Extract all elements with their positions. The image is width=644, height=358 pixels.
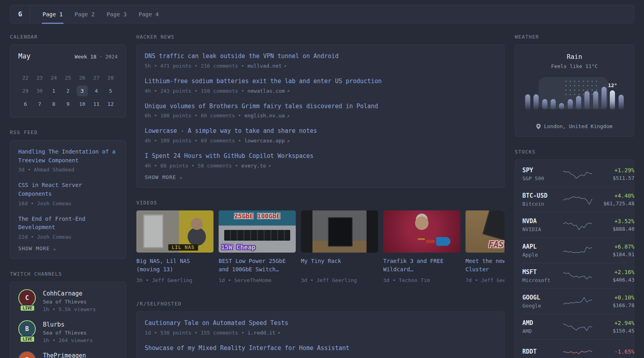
video-card[interactable]: Traefik 3 and FREE Wildcard… 3d • Techno… [383,210,460,283]
rss-item-stats: 3d • Ahmad Shadeed [18,167,74,173]
video-title[interactable]: BEST Low Power 25GbE and 100GbE Switch… [219,257,296,274]
video-title[interactable]: Meet the new Linux Cluster [466,257,504,274]
page-tab-label: Page 1 [43,11,63,18]
stock-identity: GOOGL Google [522,294,559,309]
channel-avatar: B [18,320,36,338]
stock-values: +0.10% $166.78 [596,294,634,308]
reddit-item-domain[interactable]: i.redd.it ↗ [247,330,280,336]
video-thumbnail[interactable]: LIL NAS [136,210,213,253]
rss-item-title[interactable]: Handling The Indentation of a Treeview C… [18,148,118,165]
stock-symbol[interactable]: MSFT [522,268,559,276]
calendar-day: 27 [89,72,104,84]
stock-row[interactable]: SPY S&P 500 +1.29% $511.57 [522,161,627,187]
twitch-channel-row[interactable]: C LIVE CohhCarnage Sea of Thieves 1h • 5… [18,289,118,312]
video-meta: 3d • Techno Tim [383,277,460,283]
video-thumbnail[interactable] [301,210,378,253]
logo[interactable]: G [10,5,30,23]
stock-symbol[interactable]: BTC-USD [522,192,559,199]
hn-item-domain[interactable]: mullvad.net ↗ [247,63,286,69]
hn-item-domain[interactable]: lowercase.app ↗ [244,138,290,144]
show-more-label: SHOW MORE [145,174,176,180]
stock-row[interactable]: BTC-USD Bitcoin +4.40% $61,725.48 [522,187,627,212]
page-tab[interactable]: Page 1 [37,5,69,23]
stock-symbol[interactable]: AAPL [522,243,559,250]
twitch-channel-row[interactable]: B LIVE Blurbs Sea of Thieves 1h • 264 vi… [18,320,118,343]
stock-sparkline [562,218,593,232]
calendar-day-number: 30 [34,86,45,96]
reddit-item-title[interactable]: Showcase of my Mixed Reality Interface f… [145,344,496,353]
stock-price: $184.91 [596,251,634,257]
video-thumbnail[interactable]: 25GbE 100GbE 15W Cheap [219,210,296,253]
calendar-day: 9 [61,98,75,110]
calendar-day-number: 9 [62,99,74,109]
show-more-button[interactable]: SHOW MORE ⌄ [18,245,56,251]
video-thumbnail[interactable]: FAST [466,210,504,253]
hn-item-title[interactable]: Lithium-free sodium batteries exit the l… [145,77,496,86]
hn-item-domain[interactable]: every.to ↗ [241,163,271,169]
stock-identity: MSFT Microsoft [522,268,559,283]
video-title[interactable]: Big NAS, Lil NAS (moving 13) [136,257,213,274]
calendar-week: Week 18 [75,54,97,60]
hn-item-title[interactable]: I Spent 24 Hours with GitHub Copilot Wor… [145,152,496,161]
live-badge: LIVE [20,305,35,311]
video-thumbnail[interactable] [383,210,460,253]
calendar-day-number: 5 [105,86,116,96]
stock-name: Bitcoin [522,201,559,207]
calendar-day: 26 [75,72,89,84]
domain-text: newatlas.com [247,88,285,94]
stock-values: +3.52% $888.40 [596,218,634,232]
stock-row[interactable]: MSFT Microsoft +2.16% $406.43 [522,263,627,288]
hn-item-title[interactable]: Unique volumes of Brothers Grimm fairy t… [145,102,496,111]
calendar-day-number: 23 [34,72,45,83]
page-tab[interactable]: Page 3 [101,5,133,23]
stock-row[interactable]: GOOGL Google +0.10% $166.78 [522,288,627,314]
calendar-day: 1 [47,85,61,97]
hn-item-domain[interactable]: newatlas.com ↗ [247,88,289,94]
calendar-day: 22 [18,72,33,84]
stock-change: -1.65% [596,348,634,355]
calendar-day: 23 [33,72,47,84]
video-title[interactable]: My Tiny Rack [301,257,378,274]
show-more-button[interactable]: SHOW MORE ⌄ [145,174,183,180]
temperature-bar [542,99,547,110]
stock-symbol[interactable]: SPY [522,167,559,174]
stock-row[interactable]: AMD AMD +2.94% $150.45 [522,314,627,339]
video-title[interactable]: Traefik 3 and FREE Wildcard… [383,257,460,274]
channel-name: Blurbs [43,320,93,328]
rss-item-title[interactable]: The End of Front-End Development [18,215,118,232]
stock-row[interactable]: AAPL Apple +6.87% $184.91 [522,237,627,263]
twitch-widget: C LIVE CohhCarnage Sea of Thieves 1h • 5… [10,282,126,358]
stock-row[interactable]: RDDT -1.65% [522,339,627,358]
page-tab[interactable]: Page 4 [133,5,165,23]
calendar-month: May [18,52,31,60]
twitch-channel-row[interactable]: P ThePrimeagen [18,351,118,358]
page-tab[interactable]: Page 2 [69,5,101,23]
video-card[interactable]: LIL NAS Big NAS, Lil NAS (moving 13) 3h … [136,210,213,283]
stock-symbol[interactable]: AMD [522,319,559,327]
video-card[interactable]: My Tiny Rack 3d • Jeff Geerling [301,210,378,283]
stock-row[interactable]: NVDA NVIDIA +3.52% $888.40 [522,212,627,237]
rss-item-title[interactable]: CSS in React Server Components [18,181,118,198]
stock-identity: NVDA NVIDIA [522,218,559,232]
video-card[interactable]: FAST Meet the new Linux Cluster 7d • Jef… [466,210,504,283]
stock-symbol[interactable]: GOOGL [522,294,559,301]
stocks-section: STOCKS SPY S&P 500 +1.29% [515,149,634,358]
external-link-icon: ↗ [287,88,289,93]
avatar: B LIVE [18,320,37,341]
stock-price: $61,725.48 [596,200,634,206]
reddit-item-title[interactable]: Cautionary Tale on Automated Speed Tests [145,319,496,328]
rss-item-stats: 18d • Josh Comeau [18,200,71,206]
stock-values: +1.29% $511.57 [596,167,634,181]
calendar-day: 25 [61,72,75,84]
selfhosted-section: /R/SELFHOSTED Cautionary Tale on Automat… [136,301,504,358]
stock-symbol[interactable]: RDDT [522,348,559,355]
hn-item-title[interactable]: Lowercase - A simple way to take and sha… [145,127,496,136]
stock-symbol[interactable]: NVDA [522,218,559,225]
hn-item-domain[interactable]: english.nv.ua ↗ [244,113,290,119]
hn-item-title[interactable]: DNS traffic can leak outside the VPN tun… [145,52,496,61]
calendar-day-number: 28 [105,72,116,83]
temperature-bar [584,91,590,110]
domain-text: english.nv.ua [244,113,285,119]
selfhosted-widget: Cautionary Tale on Automated Speed Tests… [136,311,504,358]
video-card[interactable]: 25GbE 100GbE 15W Cheap BEST Low Power 25… [219,210,296,283]
